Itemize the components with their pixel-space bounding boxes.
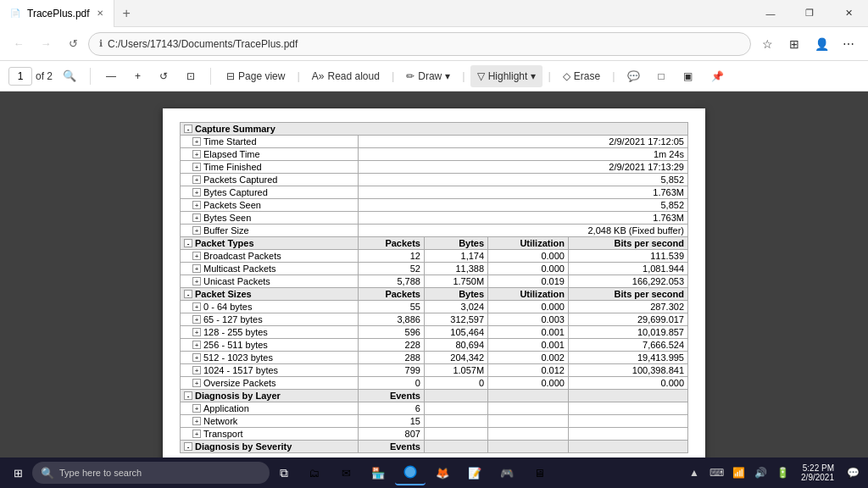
forward-button[interactable]: → — [34, 32, 58, 56]
taskbar-app-word[interactable]: 📝 — [459, 460, 490, 485]
highlight-button[interactable]: ▽ Highlight ▾ — [470, 65, 543, 87]
highlight-chevron: ▾ — [531, 70, 536, 82]
toolbar-divider-1 — [90, 68, 91, 85]
page-number-input[interactable] — [8, 67, 32, 86]
comment-button[interactable]: 💬 — [620, 65, 647, 87]
task-view-button[interactable]: ⧉ — [271, 460, 297, 485]
expand-tray-button[interactable]: ▲ — [684, 463, 704, 483]
taskbar-app-firefox[interactable]: 🦊 — [427, 460, 458, 485]
collections-button[interactable]: ⊞ — [782, 31, 807, 57]
network-icon[interactable]: 📶 — [728, 463, 748, 483]
address-text: C:/Users/17143/Documents/TracePlus.pdf — [108, 38, 740, 50]
erase-label: Erase — [574, 70, 600, 82]
sep-4: | — [548, 69, 550, 82]
close-button[interactable]: ✕ — [829, 0, 868, 27]
taskbar-search-icon: 🔍 — [41, 467, 54, 480]
read-aloud-button[interactable]: A» Read aloud — [305, 65, 387, 87]
zoom-in-button[interactable]: + — [128, 65, 147, 87]
address-bar-input[interactable]: ℹ C:/Users/17143/Documents/TracePlus.pdf — [88, 32, 751, 56]
refresh-button[interactable]: ↺ — [61, 32, 85, 56]
back-button[interactable]: ← — [7, 32, 31, 56]
favorites-button[interactable]: ☆ — [754, 31, 780, 57]
main-content: -Capture Summary +Time Started 2/9/2021 … — [0, 92, 868, 458]
edge-icon — [403, 464, 418, 480]
titlebar: 📄 TracePlus.pdf ✕ + — ❐ ✕ — [0, 0, 868, 27]
pin-button[interactable]: 📌 — [704, 65, 731, 87]
pdf-search-icon[interactable]: 🔍 — [58, 64, 81, 88]
draw-button[interactable]: ✏ Draw ▾ — [399, 65, 457, 87]
toolbar-divider-2 — [210, 68, 211, 85]
fit-button[interactable]: ⊡ — [180, 65, 202, 87]
tab-title: TracePlus.pdf — [27, 8, 90, 19]
start-icon: ⊞ — [14, 467, 23, 480]
sep-1: | — [297, 69, 299, 82]
tab-close-button[interactable]: ✕ — [97, 8, 103, 18]
tab-favicon: 📄 — [10, 8, 20, 18]
addressbar: ← → ↺ ℹ C:/Users/17143/Documents/TracePl… — [0, 27, 868, 61]
taskbar-search[interactable]: 🔍 Type here to search — [32, 462, 270, 484]
pdf-toolbar: of 2 🔍 — + ↺ ⊡ ⊟ Page view | A» Read alo… — [0, 61, 868, 92]
time: 5:22 PM — [803, 463, 834, 473]
page-view-label: Page view — [238, 70, 285, 82]
profile-button[interactable]: 👤 — [809, 31, 834, 57]
date: 2/9/2021 — [801, 473, 834, 482]
erase-button[interactable]: ◇ Erase — [556, 65, 607, 87]
rotate-button[interactable]: ↺ — [153, 65, 175, 87]
taskbar-search-text: Type here to search — [59, 468, 142, 478]
taskbar-right: ▲ ⌨ 📶 🔊 🔋 5:22 PM 2/9/2021 💬 — [684, 463, 863, 483]
notification-button[interactable]: 💬 — [843, 463, 863, 483]
more3-button[interactable]: □ — [652, 65, 671, 87]
page-view-button[interactable]: ⊟ Page view — [220, 65, 292, 87]
taskbar-app-mail[interactable]: ✉ — [331, 460, 361, 485]
sep-3: | — [462, 69, 465, 82]
minimize-button[interactable]: — — [751, 0, 790, 27]
volume-icon[interactable]: 🔊 — [750, 463, 771, 483]
tab-bar: 📄 TracePlus.pdf ✕ + — [0, 0, 751, 27]
taskbar-app-store[interactable]: 🏪 — [363, 460, 393, 485]
total-pages: of 2 — [36, 70, 53, 82]
browser-toolbar-right: ☆ ⊞ 👤 ⋯ — [754, 31, 861, 57]
erase-icon: ◇ — [563, 70, 570, 82]
draw-icon: ✏ — [406, 70, 415, 82]
highlight-icon: ▽ — [477, 70, 485, 82]
zoom-out-button[interactable]: — — [99, 65, 123, 87]
start-button[interactable]: ⊞ — [5, 460, 31, 485]
sys-tray: ▲ ⌨ 📶 🔊 🔋 — [684, 463, 793, 483]
active-tab[interactable]: 📄 TracePlus.pdf ✕ — [0, 0, 114, 27]
read-aloud-icon: A» — [312, 70, 325, 82]
read-aloud-label: Read aloud — [327, 70, 379, 82]
draw-chevron: ▾ — [445, 70, 450, 82]
more4-button[interactable]: ▣ — [676, 65, 699, 87]
keyboard-icon[interactable]: ⌨ — [706, 463, 726, 483]
sep-2: | — [392, 69, 394, 82]
taskbar-app-edge[interactable] — [395, 460, 426, 485]
taskbar-app-pc[interactable]: 🖥 — [524, 460, 554, 485]
page-info: of 2 — [8, 67, 53, 86]
highlight-label: Highlight — [488, 70, 528, 82]
data-table: -Capture Summary +Time Started 2/9/2021 … — [180, 122, 688, 453]
clock[interactable]: 5:22 PM 2/9/2021 — [796, 463, 839, 482]
page-view-icon: ⊟ — [226, 70, 235, 82]
sep-5: | — [612, 69, 615, 82]
battery-icon[interactable]: 🔋 — [772, 463, 793, 483]
window-controls: — ❐ ✕ — [751, 0, 868, 27]
new-tab-button[interactable]: + — [114, 6, 139, 21]
taskbar-app-xbox[interactable]: 🎮 — [492, 460, 522, 485]
pdf-page: -Capture Summary +Time Started 2/9/2021 … — [163, 108, 705, 458]
taskbar: ⊞ 🔍 Type here to search ⧉ 🗂 ✉ 🏪 🦊 📝 🎮 🖥 … — [0, 458, 868, 488]
taskbar-app-fileexplorer[interactable]: 🗂 — [298, 460, 329, 485]
address-info-icon: ℹ — [99, 38, 103, 49]
draw-label: Draw — [418, 70, 442, 82]
more-button[interactable]: ⋯ — [836, 31, 861, 57]
restore-button[interactable]: ❐ — [790, 0, 829, 27]
